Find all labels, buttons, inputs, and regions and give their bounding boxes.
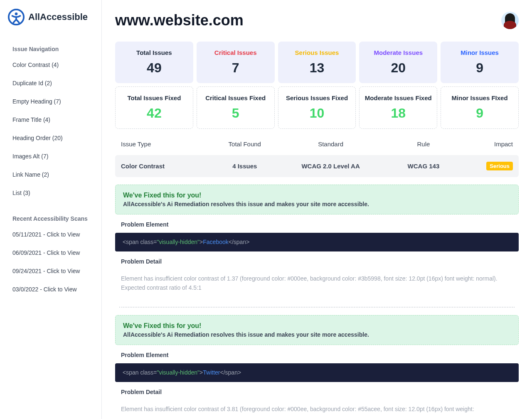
scan-item[interactable]: 09/24/2021 - Click to View <box>0 262 101 280</box>
stat-serious-issues: Serious Issues 13 <box>278 42 356 83</box>
sidebar-item-color-contrast[interactable]: Color Contrast (4) <box>0 56 101 74</box>
sidebar-item-frame-title[interactable]: Frame Title (4) <box>0 111 101 129</box>
sidebar-item-link-name[interactable]: Link Name (2) <box>0 165 101 184</box>
fixed-desc: AllAccessible's Ai Remediation resolves … <box>123 331 511 338</box>
table-row[interactable]: Color Contrast 4 Issues WCAG 2.0 Level A… <box>115 155 519 177</box>
scans-heading: Recent Accessibility Scans <box>0 212 101 225</box>
stat-moderate-issues: Moderate Issues 20 <box>359 42 437 83</box>
stat-minor-issues: Minor Issues 9 <box>441 42 519 83</box>
stat-value: 18 <box>365 106 432 121</box>
row-found: 4 Issues <box>210 163 279 170</box>
scan-item[interactable]: 06/09/2021 - Click to View <box>0 244 101 262</box>
problem-detail-text: Element has insufficient color contrast … <box>115 400 519 419</box>
th-issue-type: Issue Type <box>121 140 210 148</box>
stat-value: 7 <box>202 60 270 76</box>
divider <box>119 307 515 308</box>
row-type: Color Contrast <box>121 163 210 170</box>
sidebar-item-empty-heading[interactable]: Empty Heading (7) <box>0 92 101 111</box>
stat-value: 42 <box>121 106 188 121</box>
stats-found-grid: Total Issues 49 Critical Issues 7 Seriou… <box>115 42 519 83</box>
fixed-title: We've Fixed this for you! <box>123 192 511 199</box>
sidebar-item-duplicate-id[interactable]: Duplicate Id (2) <box>0 74 101 92</box>
main-content: www.website.com Total Issues 49 Critical… <box>102 0 532 419</box>
fixed-banner: We've Fixed this for you! AllAccessible'… <box>115 185 519 214</box>
row-impact: Serious <box>465 162 513 170</box>
problem-element-label: Problem Element <box>115 345 519 363</box>
stat-critical-fixed: Critical Issues Fixed 5 <box>197 86 275 129</box>
problem-element-label: Problem Element <box>115 214 519 233</box>
stat-label: Moderate Issues Fixed <box>365 94 432 101</box>
nav-heading: Issue Navigation <box>0 42 101 56</box>
stat-value: 49 <box>120 60 188 76</box>
scan-item[interactable]: 05/11/2021 - Click to View <box>0 225 101 244</box>
brand-name: AllAccessible <box>28 12 88 22</box>
sidebar-item-list[interactable]: List (3) <box>0 184 101 202</box>
stat-value: 5 <box>202 106 269 121</box>
table-header: Issue Type Total Found Standard Rule Imp… <box>115 132 519 155</box>
logo-icon <box>7 8 25 26</box>
stat-moderate-fixed: Moderate Issues Fixed 18 <box>359 86 437 129</box>
avatar[interactable] <box>501 12 519 29</box>
impact-badge: Serious <box>486 162 513 170</box>
stat-label: Total Issues <box>120 49 188 56</box>
stat-label: Total Issues Fixed <box>121 94 188 101</box>
stat-value: 9 <box>446 60 514 76</box>
stat-label: Minor Issues FIxed <box>446 94 513 101</box>
stat-label: Serious Issues Fixed <box>283 94 351 101</box>
stat-label: Critical Issues Fixed <box>202 94 269 101</box>
stat-label: Critical Issues <box>202 49 270 56</box>
sidebar-item-heading-order[interactable]: Heading Order (20) <box>0 129 101 147</box>
fixed-desc: AllAccessible's Ai Remediation resolves … <box>123 201 511 207</box>
logo[interactable]: AllAccessible <box>0 8 101 38</box>
row-rule: WCAG 143 <box>382 163 465 170</box>
sidebar-item-images-alt[interactable]: Images Alt (7) <box>0 147 101 165</box>
stat-total-fixed: Total Issues Fixed 42 <box>115 86 193 129</box>
stat-serious-fixed: Serious Issues Fixed 10 <box>278 86 356 129</box>
stat-value: 20 <box>364 60 432 76</box>
th-rule: Rule <box>382 140 465 148</box>
stat-value: 13 <box>283 60 351 76</box>
page-title: www.website.com <box>115 12 244 29</box>
stat-value: 9 <box>446 106 513 121</box>
row-standard: WCAG 2.0 Level AA <box>279 163 382 170</box>
stat-label: Moderate Issues <box>364 49 432 56</box>
code-block: <span class="visually-hidden">Twitter</s… <box>115 363 519 382</box>
sidebar: AllAccessible Issue Navigation Color Con… <box>0 0 102 419</box>
stat-minor-fixed: Minor Issues FIxed 9 <box>441 86 519 129</box>
stat-total-issues: Total Issues 49 <box>115 42 193 83</box>
svg-point-1 <box>15 12 18 15</box>
stat-value: 10 <box>283 106 351 121</box>
stat-label: Serious Issues <box>283 49 351 56</box>
fixed-title: We've Fixed this for you! <box>123 322 511 330</box>
stat-critical-issues: Critical Issues 7 <box>197 42 275 83</box>
problem-detail-label: Problem Detail <box>115 251 519 270</box>
th-impact: Impact <box>465 140 513 148</box>
fixed-banner: We've Fixed this for you! AllAccessible'… <box>115 315 519 345</box>
stat-label: Minor Issues <box>446 49 514 56</box>
scan-item[interactable]: 03/0/2022 - Click to View <box>0 280 101 298</box>
problem-detail-text: Element has insufficient color contrast … <box>115 270 519 301</box>
th-standard: Standard <box>279 140 382 148</box>
th-total-found: Total Found <box>210 140 279 148</box>
stats-fixed-grid: Total Issues Fixed 42 Critical Issues Fi… <box>115 86 519 129</box>
header: www.website.com <box>115 12 519 29</box>
code-block: <span class="visually-hidden">Facebook</… <box>115 233 519 251</box>
problem-detail-label: Problem Detail <box>115 382 519 400</box>
